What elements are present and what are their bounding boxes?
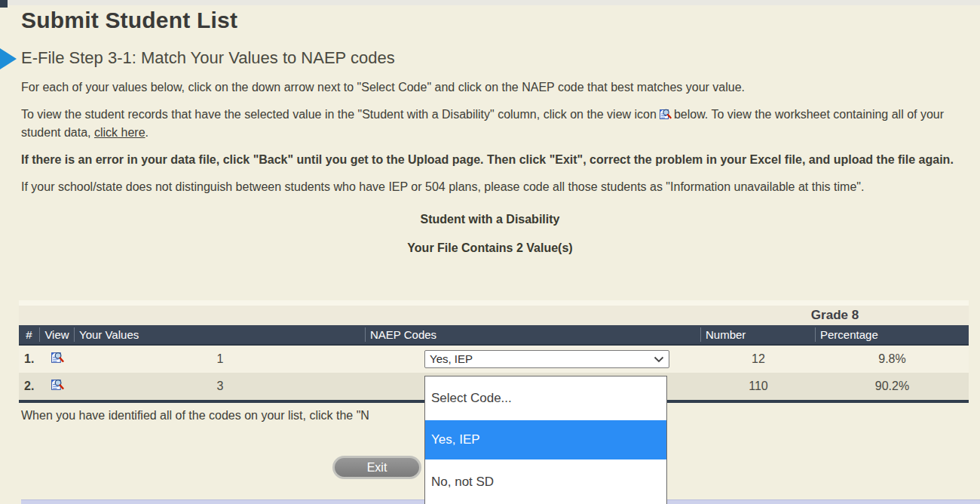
column-header-view: View (40, 327, 75, 342)
page-title: Submit Student List (21, 8, 980, 33)
grade-header-row: Grade 8 (19, 300, 969, 325)
para2-period: . (145, 126, 149, 139)
para2-text-before: To view the student records that have th… (21, 108, 657, 121)
your-value-cell: 1 (75, 352, 366, 366)
row-number: 1. (19, 352, 40, 366)
column-header-naep-codes: NAEP Codes (366, 327, 701, 342)
page-content: Submit Student List E-File Step 3-1: Mat… (0, 5, 980, 255)
row-number: 2. (19, 380, 40, 393)
instructions-paragraph-3: If there is an error in your data file, … (21, 152, 959, 167)
chevron-down-icon (654, 351, 664, 367)
step-heading: E-File Step 3-1: Match Your Values to NA… (21, 48, 980, 68)
footer-instruction: When you have identified all of the code… (21, 409, 369, 423)
naep-code-dropdown-list: Select Code... Yes, IEP No, not SD (424, 376, 667, 504)
step-heading-row: E-File Step 3-1: Match Your Values to NA… (0, 48, 980, 68)
top-strip (0, 0, 980, 5)
view-icon (51, 381, 64, 394)
view-icon (51, 354, 64, 367)
exit-button[interactable]: Exit (332, 456, 421, 479)
naep-code-cell: Yes, IEP (366, 346, 701, 373)
click-here-link[interactable]: click here (94, 126, 145, 139)
column-header-percentage: Percentage (816, 327, 969, 342)
naep-code-select[interactable]: Yes, IEP (424, 350, 669, 368)
view-record-button[interactable] (40, 378, 75, 395)
instructions-paragraph-2: To view the student records that have th… (21, 106, 959, 140)
dropdown-option-no-not-sd[interactable]: No, not SD (425, 459, 666, 504)
table-row: 1. 1 Yes, IEP 12 9.8% (19, 346, 969, 373)
percentage-cell: 90.2% (816, 380, 969, 393)
column-header-num: # (19, 327, 40, 342)
section-title: Student with a Disability (0, 213, 980, 226)
instructions-paragraph-1: For each of your values below, click on … (21, 79, 959, 95)
dropdown-option-yes-iep[interactable]: Yes, IEP (425, 420, 666, 459)
view-icon (659, 108, 672, 124)
column-header-number: Number (701, 327, 816, 342)
step-arrow-icon (0, 48, 17, 69)
section-subtitle: Your File Contains 2 Value(s) (0, 241, 980, 255)
column-header-your-values: Your Values (75, 327, 366, 342)
grade-header: Grade 8 (701, 300, 969, 325)
number-cell: 110 (701, 380, 816, 393)
table-header-row: # View Your Values NAEP Codes Number Per… (19, 325, 969, 346)
number-cell: 12 (701, 352, 816, 366)
view-record-button[interactable] (40, 351, 75, 367)
instructions-paragraph-4: If your school/state does not distinguis… (21, 179, 959, 195)
your-value-cell: 3 (75, 380, 366, 393)
dropdown-option-select-code[interactable]: Select Code... (425, 376, 666, 420)
selected-code-label: Yes, IEP (430, 351, 473, 367)
percentage-cell: 9.8% (816, 352, 969, 366)
